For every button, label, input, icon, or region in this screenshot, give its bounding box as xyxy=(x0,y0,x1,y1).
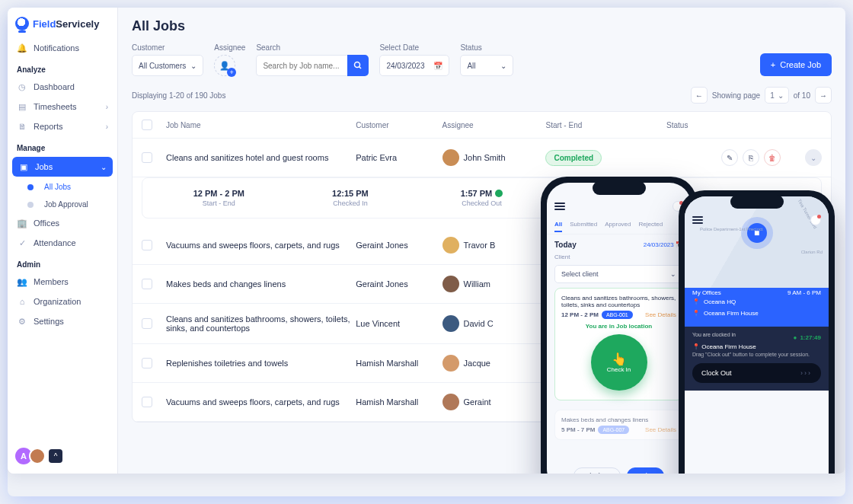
today-label: Today xyxy=(554,241,577,249)
sidebar-item-members[interactable]: 👥Members xyxy=(8,272,117,292)
collapse-icon[interactable]: ^ xyxy=(49,449,62,463)
sidebar-footer: A ^ xyxy=(8,443,117,469)
sidebar-item-settings[interactable]: ⚙Settings xyxy=(8,311,117,331)
dot-icon xyxy=(27,184,34,190)
table-row[interactable]: Cleans and sanitizes hotel and guest roo… xyxy=(133,139,831,177)
users-icon: 👥 xyxy=(17,276,27,287)
sidebar-item-organization[interactable]: ⌂Organization xyxy=(8,292,117,311)
sidebar-item-all-jobs[interactable]: All Jobs xyxy=(8,178,117,196)
label: Create Job xyxy=(780,60,821,69)
page-select[interactable]: 1⌄ xyxy=(765,87,789,104)
status-badge: Completed xyxy=(545,150,602,166)
cell-customer: Hamish Marshall xyxy=(356,359,442,368)
avatar[interactable] xyxy=(29,448,46,464)
sidebar-item-offices[interactable]: 🏢Offices xyxy=(8,213,117,233)
label: Dashboard xyxy=(34,82,75,91)
sidebar-item-reports[interactable]: 🗎Reports› xyxy=(8,116,117,136)
sidebar-item-jobs[interactable]: ▣Jobs⌄ xyxy=(12,157,113,177)
sheet-icon: ▤ xyxy=(17,101,27,112)
value: All xyxy=(467,62,475,70)
search-input[interactable] xyxy=(256,55,347,76)
notifications-nav[interactable]: 🔔 Notifications xyxy=(8,38,117,58)
job-card-2[interactable]: Makes beds and changes linens 5 PM - 7 P… xyxy=(554,410,683,440)
phone-tabs: All Submitted Approved Rejected xyxy=(547,216,691,234)
sidebar-item-job-approval[interactable]: Job Approval xyxy=(8,196,117,213)
clocked-in-label: You are clocked in xyxy=(692,332,821,337)
sidebar: FieldServicely 🔔 Notifications Analyze ◷… xyxy=(8,8,118,474)
sidebar-item-dashboard[interactable]: ◷Dashboard xyxy=(8,77,117,97)
value: All Customers xyxy=(139,62,186,70)
filter-label: Assignee xyxy=(214,43,245,52)
check-in-button[interactable]: 👆Check In xyxy=(591,334,647,391)
status-select[interactable]: All⌄ xyxy=(460,55,513,76)
section-analyze: Analyze xyxy=(8,58,117,77)
office-item[interactable]: Oceana Firm House xyxy=(692,308,821,319)
see-details-link[interactable]: See Details xyxy=(645,426,676,433)
select-all-checkbox[interactable] xyxy=(142,120,152,130)
cell-job: Vacuums and sweeps floors, carpets, and … xyxy=(166,397,356,407)
row-checkbox[interactable] xyxy=(142,152,152,163)
label: Start - End xyxy=(156,199,282,207)
phone-1: All Submitted Approved Rejected Today 24… xyxy=(541,177,697,474)
row-checkbox[interactable] xyxy=(142,318,152,329)
gear-icon: ⚙ xyxy=(17,316,27,327)
label: Job Approval xyxy=(44,200,88,209)
menu-icon[interactable] xyxy=(692,216,703,224)
clock-out-slider[interactable]: Clock Out››› xyxy=(692,363,821,383)
tab-rejected[interactable]: Rejected xyxy=(639,218,663,232)
row-checkbox[interactable] xyxy=(142,397,152,407)
delete-button[interactable]: 🗑 xyxy=(764,149,781,166)
filter-status: Status All⌄ xyxy=(460,43,513,76)
job-title: Makes beds and changes linens xyxy=(561,416,676,423)
prev-page-button[interactable]: ← xyxy=(691,87,708,104)
label: Reports xyxy=(34,122,63,131)
filter-label: Customer xyxy=(132,43,203,52)
row-checkbox[interactable] xyxy=(142,279,152,289)
sidebar-item-timesheets[interactable]: ▤Timesheets› xyxy=(8,97,117,116)
date-picker[interactable]: 24/03/2023 📅 xyxy=(644,241,683,248)
client-select[interactable]: Select client⌄ xyxy=(554,265,683,283)
create-job-button[interactable]: +Create Job xyxy=(760,53,832,76)
label: Check In xyxy=(607,366,631,373)
customer-select[interactable]: All Customers⌄ xyxy=(132,55,203,76)
assignee-add-button[interactable]: 👤 xyxy=(214,55,235,76)
phone-mockups: All Submitted Approved Rejected Today 24… xyxy=(541,177,845,474)
check-ok-icon xyxy=(495,190,503,197)
bell-icon[interactable] xyxy=(810,215,821,225)
label: Settings xyxy=(34,317,64,326)
expand-button[interactable]: ⌄ xyxy=(805,149,822,166)
tab-all[interactable]: All xyxy=(554,218,562,232)
phone-notch xyxy=(593,181,646,195)
label: Attendance xyxy=(34,238,76,247)
cell-assignee: Geraint xyxy=(464,397,491,407)
avatar xyxy=(442,149,459,166)
row-checkbox[interactable] xyxy=(142,358,152,368)
cell-assignee: William xyxy=(464,279,490,289)
tab-approved[interactable]: Approved xyxy=(605,218,631,232)
value: Select client xyxy=(561,270,599,278)
row-checkbox[interactable] xyxy=(142,240,152,250)
next-page-button[interactable]: → xyxy=(815,87,832,104)
filter-assignee: Assignee 👤 xyxy=(214,43,245,76)
sidebar-item-attendance[interactable]: ✓Attendance xyxy=(8,233,117,253)
job-card[interactable]: Cleans and sanitizes bathrooms, showers,… xyxy=(554,288,683,400)
brand-logo-icon xyxy=(15,17,29,30)
job-time: 12 PM - 2 PM xyxy=(561,311,599,318)
edit-button[interactable]: ✎ xyxy=(721,149,738,166)
clock-in-pill[interactable]: Clock In xyxy=(573,467,621,474)
main-content: All Jobs Customer All Customers⌄ Assigne… xyxy=(118,8,845,474)
duplicate-button[interactable]: ⎘ xyxy=(743,149,759,166)
org-icon: ⌂ xyxy=(17,296,27,307)
phone-2: ■ Police Department-1st Precinct Clarion… xyxy=(679,190,835,474)
office-item[interactable]: Oceana HQ xyxy=(692,296,821,308)
see-details-link[interactable]: See Details xyxy=(645,311,676,318)
menu-icon[interactable] xyxy=(554,203,565,210)
search-button[interactable] xyxy=(347,55,369,76)
label: Checked Out xyxy=(419,199,545,207)
tab-submitted[interactable]: Submitted xyxy=(570,218,597,232)
cell-customer: Hamish Marshall xyxy=(356,397,442,407)
cell-job: Cleans and sanitizes hotel and guest roo… xyxy=(166,153,356,162)
cell-job: Cleans and sanitizes bathrooms, showers,… xyxy=(166,314,356,333)
date-select[interactable]: 24/03/2023📅 xyxy=(379,55,449,76)
jobs-pill[interactable]: Jobs xyxy=(627,467,664,474)
